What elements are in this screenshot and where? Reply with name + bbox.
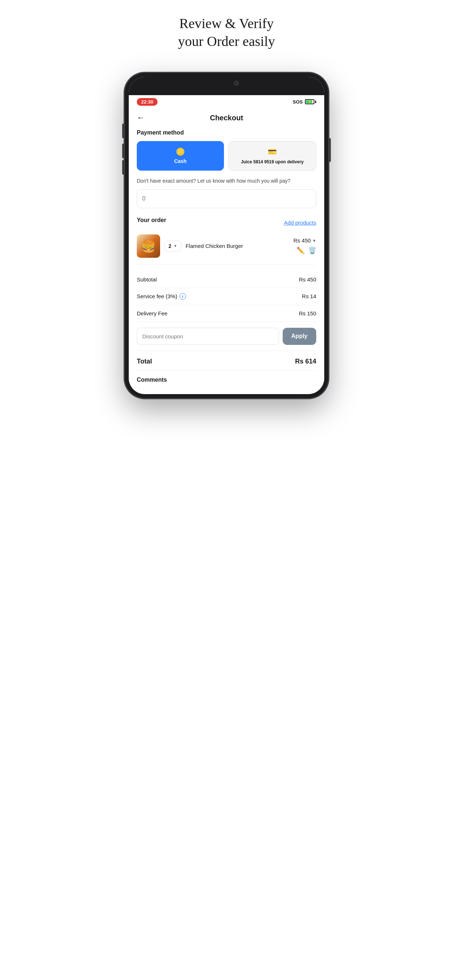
- item-price-value: Rs 450: [293, 237, 311, 243]
- delivery-fee-value: Rs 150: [299, 310, 316, 317]
- battery-bolt-icon: ⚡: [308, 100, 312, 103]
- cash-payment-button[interactable]: 🪙 Cash: [137, 141, 224, 170]
- subtotal-row: Subtotal Rs 450: [137, 271, 316, 288]
- card-icon: 💳: [268, 146, 277, 157]
- sos-label: SOS: [293, 99, 303, 105]
- order-item: 🍔 2 ▼ Flamed Chicken Burger Rs 450 ▼ ✏️ …: [137, 234, 316, 265]
- status-time: 22:30: [137, 98, 158, 106]
- cash-icon: 🪙: [176, 147, 185, 156]
- coupon-row: Apply: [137, 322, 316, 351]
- subtotal-label: Subtotal: [137, 276, 157, 283]
- apply-coupon-button[interactable]: Apply: [283, 328, 316, 345]
- item-right: Rs 450 ▼ ✏️ 🗑️: [293, 237, 316, 255]
- exact-amount-input[interactable]: [137, 189, 316, 208]
- payment-hint: Don't have exact amount? Let us know wit…: [137, 177, 316, 185]
- add-products-button[interactable]: Add products: [284, 220, 316, 226]
- payment-method-label: Payment method: [137, 129, 316, 136]
- burger-emoji-icon: 🍔: [141, 239, 156, 253]
- battery-icon: ⚡: [305, 99, 316, 104]
- item-image: 🍔: [137, 234, 160, 258]
- back-button[interactable]: ←: [137, 113, 145, 123]
- status-bar: 22:30 SOS ⚡: [129, 95, 324, 107]
- card-label: Juice 5814 9519 upon delivery: [241, 159, 303, 165]
- cash-label: Cash: [174, 158, 187, 164]
- notch-bar: [129, 77, 324, 95]
- delete-icon[interactable]: 🗑️: [308, 247, 316, 255]
- quantity-value: 2: [169, 243, 171, 249]
- card-payment-button[interactable]: 💳 Juice 5814 9519 upon delivery: [228, 141, 316, 170]
- service-fee-info-icon[interactable]: i: [179, 293, 186, 300]
- checkout-header: ← Checkout: [137, 107, 316, 129]
- payment-methods: 🪙 Cash 💳 Juice 5814 9519 upon delivery: [137, 141, 316, 170]
- phone-screen: 22:30 SOS ⚡ ← Checkout Payment met: [129, 77, 324, 394]
- comments-label: Comments: [137, 371, 316, 383]
- service-fee-label: Service fee (3%) i: [137, 293, 186, 300]
- subtotal-value: Rs 450: [299, 276, 316, 283]
- service-fee-row: Service fee (3%) i Rs 14: [137, 288, 316, 305]
- price-chevron-icon: ▼: [312, 239, 316, 243]
- total-label: Total: [137, 358, 152, 365]
- coupon-input[interactable]: [137, 328, 279, 345]
- edit-icon[interactable]: ✏️: [297, 247, 305, 255]
- page-headline: Review & Verify your Order easily: [178, 14, 275, 51]
- checkout-title: Checkout: [210, 114, 243, 122]
- battery-body: ⚡: [305, 99, 314, 104]
- total-row: Total Rs 614: [137, 351, 316, 371]
- delivery-fee-label: Delivery Fee: [137, 310, 167, 317]
- item-price: Rs 450 ▼: [293, 237, 316, 243]
- delivery-fee-row: Delivery Fee Rs 150: [137, 305, 316, 322]
- quantity-chevron-icon: ▼: [174, 244, 177, 248]
- phone-frame: 22:30 SOS ⚡ ← Checkout Payment met: [124, 73, 329, 398]
- front-camera: [234, 81, 239, 86]
- service-fee-value: Rs 14: [302, 293, 316, 299]
- quantity-selector[interactable]: 2 ▼: [164, 240, 181, 251]
- your-order-label: Your order: [137, 217, 166, 223]
- total-value: Rs 614: [295, 358, 316, 365]
- app-content: ← Checkout Payment method 🪙 Cash 💳 Juice…: [129, 107, 324, 394]
- notch: [197, 77, 256, 90]
- status-right: SOS ⚡: [293, 99, 316, 105]
- burger-thumbnail: 🍔: [137, 234, 160, 258]
- item-name: Flamed Chicken Burger: [186, 242, 289, 250]
- battery-cap: [315, 100, 316, 103]
- order-header: Your order Add products: [137, 217, 316, 229]
- item-actions: ✏️ 🗑️: [297, 247, 316, 255]
